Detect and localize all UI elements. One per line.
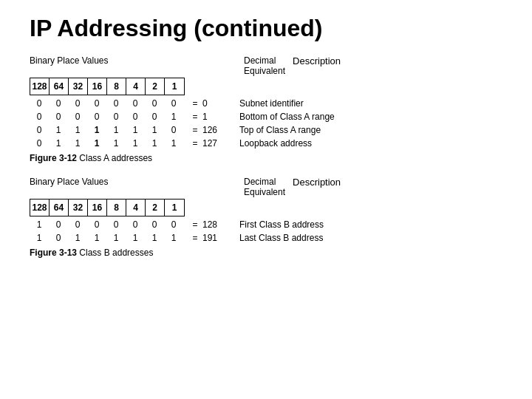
figure12-bpv-table: 128 64 32 16 8 4 2 1 (30, 78, 502, 95)
bpv13-header-8: 8 (107, 200, 126, 216)
figure12-bpv-label: Binary Place Values (30, 55, 200, 76)
figure13-caption-bold: Figure 3-13 (30, 248, 77, 258)
figure13-caption: Figure 3-13 Class B addresses (30, 248, 502, 258)
bpv13-header-128: 128 (30, 200, 50, 216)
bpv-header-8: 8 (107, 78, 126, 95)
figure12-description-label: Description (293, 55, 341, 76)
figure13-bpv-label: Binary Place Values (30, 177, 200, 197)
figure12-bits-3: 0 1 1 1 1 1 1 1 (30, 137, 183, 150)
bpv-header-128: 128 (30, 78, 50, 95)
bpv13-header-64: 64 (50, 200, 69, 216)
bpv13-header-1: 1 (165, 200, 184, 216)
bpv13-header-32: 32 (69, 200, 88, 216)
bpv13-header-4: 4 (126, 200, 146, 216)
figure13-equivalent-label: Equivalent (244, 187, 285, 197)
figure12-row-2: 0 1 1 1 1 1 1 0 = 126 Top of Class A ran… (30, 123, 502, 137)
page-title: IP Addressing (continued) (30, 15, 502, 42)
figure13-bits-0: 1 0 0 0 0 0 0 0 (30, 218, 183, 231)
figure12-table: Binary Place Values Decimal Equivalent D… (30, 55, 502, 150)
figure13-description-label: Description (293, 177, 341, 197)
figure13-table: Binary Place Values Decimal Equivalent D… (30, 177, 502, 245)
figure12-caption: Figure 3-12 Class A addresses (30, 153, 502, 163)
figure12-header: Binary Place Values Decimal Equivalent D… (30, 55, 502, 76)
figure13-header: Binary Place Values Decimal Equivalent D… (30, 177, 502, 197)
figure13-bpv-box: 128 64 32 16 8 4 2 1 (30, 199, 185, 216)
figure12-decimal-label: Decimal (244, 55, 276, 66)
figure13-row-0: 1 0 0 0 0 0 0 0 = 128 First Class B addr… (30, 218, 502, 231)
figure12-caption-bold: Figure 3-12 (30, 153, 77, 163)
bpv13-header-16: 16 (88, 200, 107, 216)
figure13-decimal-label: Decimal (244, 177, 276, 187)
figure12-bits-0: 0 0 0 0 0 0 0 0 (30, 97, 183, 110)
bpv13-header-2: 2 (146, 200, 165, 216)
bpv-header-16: 16 (88, 78, 107, 95)
figure13-row-1: 1 0 1 1 1 1 1 1 = 191 Last Class B addre… (30, 231, 502, 245)
bpv-header-4: 4 (126, 78, 146, 95)
figure12-row-1: 0 0 0 0 0 0 0 1 = 1 Bottom of Class A ra… (30, 110, 502, 123)
figure13-bits-1: 1 0 1 1 1 1 1 1 (30, 231, 183, 245)
figure12-bits-2: 0 1 1 1 1 1 1 0 (30, 123, 183, 137)
figure12-row-0: 0 0 0 0 0 0 0 0 = 0 Subnet identifier (30, 97, 502, 110)
figure12-equivalent-label: Equivalent (244, 66, 285, 76)
figure12-bits-1: 0 0 0 0 0 0 0 1 (30, 110, 183, 123)
figure13-section: Binary Place Values Decimal Equivalent D… (30, 177, 502, 258)
bpv-header-1: 1 (165, 78, 184, 95)
figure12-section: Binary Place Values Decimal Equivalent D… (30, 55, 502, 163)
bpv-header-2: 2 (146, 78, 165, 95)
figure12-bpv-box: 128 64 32 16 8 4 2 1 (30, 78, 185, 95)
figure13-caption-text: Class B addresses (77, 248, 153, 258)
bpv-header-64: 64 (50, 78, 69, 95)
figure12-caption-text: Class A addresses (77, 153, 152, 163)
figure12-row-3: 0 1 1 1 1 1 1 1 = 127 Loopback address (30, 137, 502, 150)
figure13-bpv-table: 128 64 32 16 8 4 2 1 (30, 199, 502, 216)
bpv-header-32: 32 (69, 78, 88, 95)
